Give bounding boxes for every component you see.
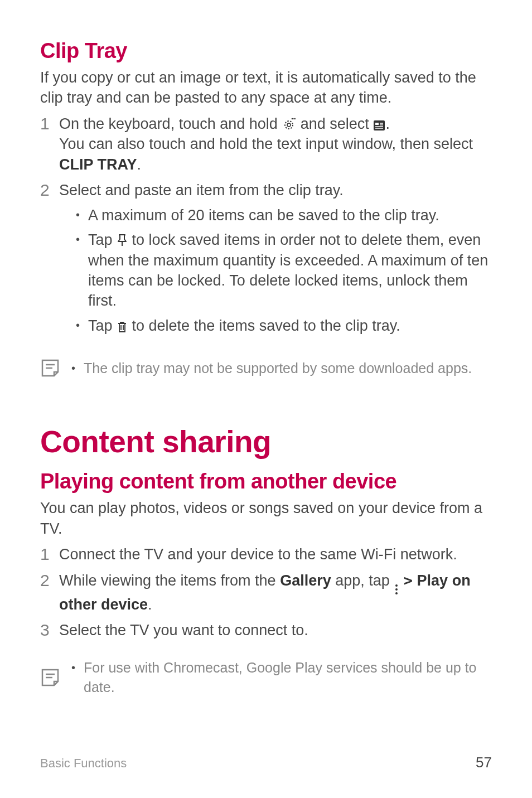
text: app, tap [331, 572, 394, 589]
heading-clip-tray: Clip Tray [40, 39, 492, 63]
step-number: 2 [40, 570, 52, 615]
note-text: For use with Chromecast, Google Play ser… [84, 658, 492, 697]
svg-point-2 [292, 118, 293, 120]
bullet-item: • Tap to delete the items saved to the c… [76, 316, 492, 336]
nav-separator: > [404, 572, 413, 589]
step-3: 3 Select the TV you want to connect to. [40, 620, 492, 640]
text: On the keyboard, touch and hold [59, 115, 282, 132]
bullet-item: • A maximum of 20 items can be saved to … [76, 205, 492, 225]
text: . [137, 156, 142, 173]
svg-point-1 [287, 123, 291, 127]
note-box: • For use with Chromecast, Google Play s… [40, 652, 492, 703]
note-icon [40, 668, 60, 688]
clip-tray-label: CLIP TRAY [59, 156, 137, 173]
step-body: Connect the TV and your device to the sa… [59, 544, 492, 564]
step-2: 2 Select and paste an item from the clip… [40, 180, 492, 340]
bullet-dot: • [76, 230, 81, 311]
text: While viewing the items from the [59, 572, 280, 589]
step-number: 2 [40, 180, 52, 340]
text: . [148, 596, 152, 613]
text: Tap [88, 231, 117, 248]
svg-rect-6 [375, 123, 379, 125]
bullet-dot: • [71, 658, 77, 697]
text: . [385, 115, 390, 132]
note-icon [40, 358, 60, 378]
text: to lock saved items in order not to dele… [88, 231, 488, 309]
gear-dots-icon [282, 118, 296, 131]
gallery-label: Gallery [280, 572, 331, 589]
pin-icon [117, 234, 128, 247]
heading-content-sharing: Content sharing [40, 424, 492, 460]
step-number: 1 [40, 544, 52, 564]
bullet-dot: • [76, 205, 81, 225]
step-1: 1 On the keyboard, touch and hold and se… [40, 114, 492, 175]
bullet-item: • Tap to lock saved items in order not t… [76, 230, 492, 311]
step-body: Select and paste an item from the clip t… [59, 180, 492, 340]
svg-point-3 [293, 118, 295, 120]
text: Tap [88, 317, 117, 334]
svg-point-0 [285, 121, 293, 129]
clip-tray-icon [373, 120, 385, 131]
note-text: The clip tray may not be supported by so… [84, 359, 472, 378]
text: and select [296, 115, 373, 132]
footer-section-name: Basic Functions [40, 756, 127, 771]
svg-rect-5 [374, 120, 385, 130]
step-number: 3 [40, 620, 52, 640]
trash-icon [117, 321, 128, 333]
clip-tray-intro: If you copy or cut an image or text, it … [40, 67, 492, 108]
note-box: • The clip tray may not be supported by … [40, 352, 492, 384]
footer-page-number: 57 [476, 754, 492, 771]
step-body: On the keyboard, touch and hold and sele… [59, 114, 492, 175]
text: Select and paste an item from the clip t… [59, 182, 344, 199]
step-body: While viewing the items from the Gallery… [59, 570, 492, 615]
page-footer: Basic Functions 57 [40, 754, 492, 771]
step-body: Select the TV you want to connect to. [59, 620, 492, 640]
text: A maximum of 20 items can be saved to th… [88, 205, 439, 225]
heading-playing-content: Playing content from another device [40, 470, 492, 494]
text: You can also touch and hold the text inp… [59, 136, 473, 152]
playing-content-intro: You can play photos, videos or songs sav… [40, 498, 492, 539]
more-icon [395, 584, 398, 594]
bullet-dot: • [71, 359, 77, 378]
step-2: 2 While viewing the items from the Galle… [40, 570, 492, 615]
step-number: 1 [40, 114, 52, 175]
text: to delete the items saved to the clip tr… [128, 317, 400, 334]
step-1: 1 Connect the TV and your device to the … [40, 544, 492, 564]
bullet-dot: • [76, 316, 81, 336]
